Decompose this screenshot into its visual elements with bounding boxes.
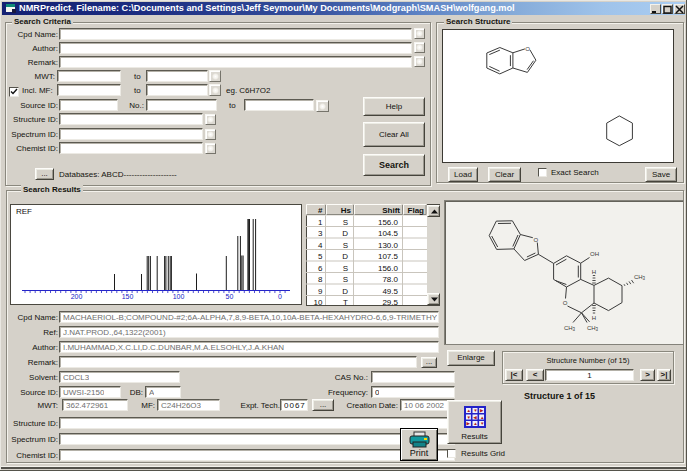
svg-text:10: 10 bbox=[314, 298, 323, 307]
svg-text:▼: ▼ bbox=[467, 415, 471, 420]
svg-text:CH3: CH3 bbox=[634, 274, 646, 281]
svg-text:150: 150 bbox=[122, 293, 134, 300]
svg-text:▲: ▲ bbox=[473, 421, 477, 426]
svg-text:130.0: 130.0 bbox=[378, 241, 399, 250]
svg-text:Hs: Hs bbox=[341, 206, 352, 215]
svg-text:H: H bbox=[592, 269, 596, 275]
svg-text:OH: OH bbox=[590, 251, 599, 257]
svg-text:78.0: 78.0 bbox=[382, 275, 398, 284]
svg-text:▲: ▲ bbox=[480, 415, 484, 420]
svg-text:Shift: Shift bbox=[382, 206, 400, 215]
svg-text:S: S bbox=[343, 241, 348, 250]
svg-text:5: 5 bbox=[318, 252, 323, 261]
svg-text:29.5: 29.5 bbox=[382, 298, 398, 307]
svg-text:O: O bbox=[533, 237, 538, 243]
svg-text:◀: ◀ bbox=[473, 415, 477, 420]
svg-text:49.5: 49.5 bbox=[382, 287, 398, 296]
svg-text:104.5: 104.5 bbox=[378, 229, 399, 238]
svg-text:T: T bbox=[343, 298, 348, 307]
svg-text:H: H bbox=[592, 315, 596, 321]
svg-text:0: 0 bbox=[278, 293, 282, 300]
svg-text:50: 50 bbox=[226, 293, 234, 300]
svg-text:156.0: 156.0 bbox=[378, 264, 399, 273]
svg-text:S: S bbox=[343, 264, 348, 273]
svg-text:▶: ▶ bbox=[467, 421, 471, 426]
svg-text:▼: ▼ bbox=[480, 421, 484, 426]
svg-text:#: # bbox=[318, 206, 323, 215]
svg-text:D: D bbox=[342, 287, 348, 296]
svg-text:O: O bbox=[563, 300, 568, 306]
svg-text:O: O bbox=[525, 46, 530, 52]
svg-text:CH3: CH3 bbox=[587, 325, 599, 332]
svg-text:S: S bbox=[343, 218, 348, 227]
svg-text:100: 100 bbox=[173, 293, 185, 300]
svg-text:6: 6 bbox=[318, 264, 323, 273]
svg-text:▼: ▼ bbox=[473, 408, 477, 413]
svg-text:9: 9 bbox=[318, 287, 323, 296]
svg-text:CH3: CH3 bbox=[564, 325, 576, 332]
svg-text:D: D bbox=[342, 252, 348, 261]
svg-text:107.5: 107.5 bbox=[378, 252, 399, 261]
svg-text:3: 3 bbox=[318, 229, 323, 238]
svg-text:200: 200 bbox=[71, 293, 83, 300]
svg-text:Flag: Flag bbox=[408, 206, 425, 215]
svg-text:▶: ▶ bbox=[480, 408, 484, 413]
svg-text:8: 8 bbox=[318, 275, 323, 284]
svg-text:4: 4 bbox=[318, 241, 323, 250]
svg-text:D: D bbox=[342, 229, 348, 238]
svg-text:1: 1 bbox=[318, 218, 323, 227]
svg-text:S: S bbox=[343, 275, 348, 284]
svg-text:156.0: 156.0 bbox=[378, 218, 399, 227]
svg-text:▲: ▲ bbox=[467, 408, 471, 413]
